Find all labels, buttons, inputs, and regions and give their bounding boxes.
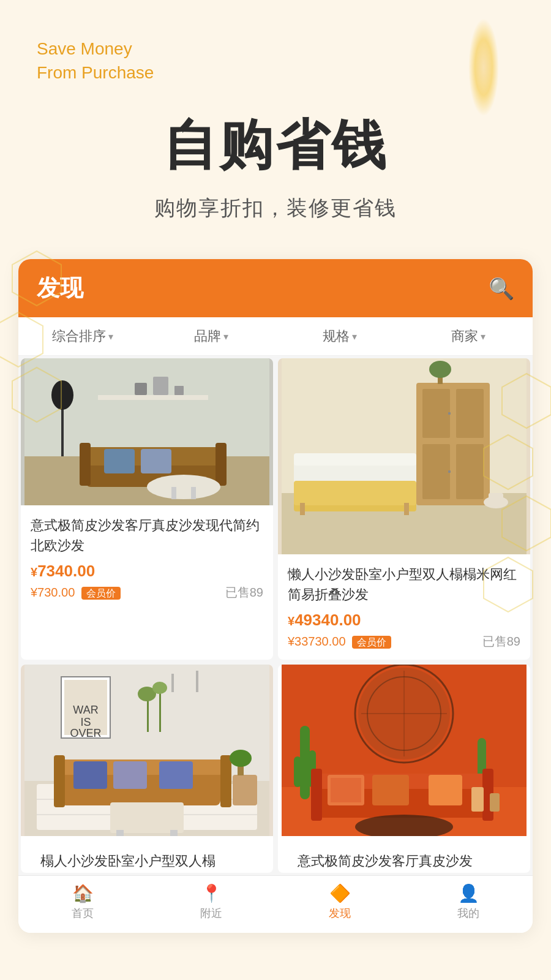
svg-rect-98	[490, 793, 500, 812]
product-member-price-1: ¥730.00	[31, 586, 75, 599]
svg-marker-3	[502, 374, 551, 428]
svg-rect-10	[98, 395, 208, 400]
svg-rect-59	[159, 689, 161, 732]
product-card[interactable]: 意式极简皮沙发客厅真皮沙发	[278, 665, 530, 873]
svg-rect-90	[331, 778, 361, 802]
svg-rect-40	[300, 503, 305, 515]
profile-icon: 👤	[458, 883, 479, 903]
hero-tagline: Save Money From Purchase	[37, 37, 514, 85]
app-card: 发现 🔍 综合排序 ▾ 品牌 ▾ 规格 ▾ 商家 ▾	[18, 259, 533, 933]
svg-point-73	[230, 750, 252, 767]
sold-count-1: 已售89	[225, 584, 263, 601]
sold-count-2: 已售89	[482, 633, 520, 650]
svg-rect-82	[294, 756, 301, 787]
svg-rect-71	[233, 775, 257, 805]
nav-item-profile[interactable]: 👤 我的	[404, 883, 533, 921]
svg-marker-1	[0, 312, 43, 367]
svg-rect-38	[294, 453, 416, 466]
chevron-down-icon: ▾	[223, 331, 228, 342]
product-price-2: ¥49340.00	[288, 611, 520, 630]
svg-rect-31	[422, 444, 450, 499]
svg-marker-0	[12, 251, 61, 306]
product-price-row-2: ¥33730.00 会员价 已售89	[288, 633, 520, 650]
search-button[interactable]: 🔍	[489, 278, 514, 299]
svg-rect-24	[191, 487, 196, 499]
svg-text:WAR: WAR	[73, 704, 98, 716]
svg-rect-23	[171, 487, 176, 499]
member-badge-2: 会员价	[352, 636, 391, 649]
svg-rect-67	[159, 761, 193, 789]
hero-title: 自购省钱	[37, 109, 514, 182]
discover-icon: 🔶	[329, 883, 351, 903]
svg-rect-13	[174, 386, 184, 395]
svg-rect-65	[73, 761, 107, 789]
svg-rect-11	[135, 383, 147, 395]
filter-brand[interactable]: 品牌 ▾	[147, 327, 276, 345]
product-name-1: 意式极简皮沙发客厅真皮沙发现代简约北欧沙发	[31, 515, 263, 556]
svg-rect-70	[170, 830, 178, 836]
svg-rect-68	[110, 802, 184, 833]
svg-rect-64	[220, 755, 231, 807]
filter-merchant[interactable]: 商家 ▾	[404, 327, 533, 345]
nav-item-home[interactable]: 🏠 首页	[18, 883, 147, 921]
svg-rect-39	[294, 481, 416, 511]
svg-rect-19	[216, 443, 227, 486]
nav-label-home: 首页	[72, 906, 94, 921]
svg-rect-34	[448, 470, 451, 473]
svg-point-60	[152, 682, 167, 694]
svg-point-36	[429, 361, 451, 378]
svg-rect-12	[153, 377, 168, 395]
app-header: 发现 🔍	[18, 259, 533, 317]
product-price-row-1: ¥730.00 会员价 已售89	[31, 584, 263, 601]
svg-rect-41	[404, 503, 409, 515]
svg-text:OVER: OVER	[70, 727, 101, 739]
product-card[interactable]: WAR IS OVER	[21, 665, 273, 873]
product-name-3: 榻人小沙发卧室小户型双人榻	[31, 846, 263, 873]
hero-section: Save Money From Purchase 自购省钱 购物享折扣，装修更省…	[0, 0, 551, 235]
home-icon: 🏠	[72, 883, 94, 903]
filter-brand-label: 品牌	[194, 327, 221, 345]
svg-rect-63	[54, 755, 65, 807]
chevron-down-icon: ▾	[108, 331, 113, 342]
search-icon: 🔍	[489, 277, 514, 300]
svg-text:IS: IS	[80, 716, 91, 728]
nav-item-discover[interactable]: 🔶 发现	[276, 883, 404, 921]
svg-marker-2	[12, 368, 61, 422]
svg-rect-18	[80, 443, 91, 486]
svg-rect-20	[104, 449, 135, 473]
svg-rect-66	[113, 761, 147, 789]
svg-rect-55	[171, 674, 174, 692]
nav-label-discover: 发现	[329, 906, 351, 921]
filter-spec-label: 规格	[323, 327, 350, 345]
svg-rect-69	[116, 830, 124, 836]
nav-item-nearby[interactable]: 📍 附近	[147, 883, 276, 921]
svg-rect-21	[141, 449, 171, 473]
member-badge-1: 会员价	[81, 587, 121, 600]
nav-label-profile: 我的	[457, 906, 479, 921]
filter-bar: 综合排序 ▾ 品牌 ▾ 规格 ▾ 商家 ▾	[18, 317, 533, 356]
svg-rect-56	[196, 671, 198, 692]
filter-merchant-label: 商家	[451, 327, 478, 345]
svg-rect-92	[429, 775, 462, 805]
svg-rect-81	[300, 726, 310, 799]
product-info-3: 榻人小沙发卧室小户型双人榻	[21, 836, 273, 873]
product-info-4: 意式极简皮沙发客厅真皮沙发	[278, 836, 530, 873]
bottom-nav: 🏠 首页 📍 附近 🔶 发现 👤 我的	[18, 875, 533, 933]
product-member-price-2: ¥33730.00	[288, 635, 346, 648]
chevron-down-icon: ▾	[352, 331, 357, 342]
product-price-1: ¥7340.00	[31, 562, 263, 581]
svg-point-22	[147, 475, 220, 499]
product-name-4: 意式极简皮沙发客厅真皮沙发	[288, 846, 520, 873]
svg-rect-91	[372, 775, 409, 805]
svg-marker-4	[484, 435, 533, 489]
svg-rect-97	[471, 787, 484, 812]
svg-marker-5	[502, 496, 551, 551]
location-icon: 📍	[201, 883, 222, 903]
product-image-3: WAR IS OVER	[21, 665, 273, 836]
svg-rect-29	[422, 389, 450, 438]
svg-rect-87	[311, 769, 322, 821]
hero-subtitle: 购物享折扣，装修更省钱	[37, 194, 514, 222]
filter-spec[interactable]: 规格 ▾	[276, 327, 404, 345]
deco-hexagons-left	[0, 245, 73, 429]
product-info-1: 意式极简皮沙发客厅真皮沙发现代简约北欧沙发 ¥7340.00 ¥730.00 会…	[21, 505, 273, 611]
